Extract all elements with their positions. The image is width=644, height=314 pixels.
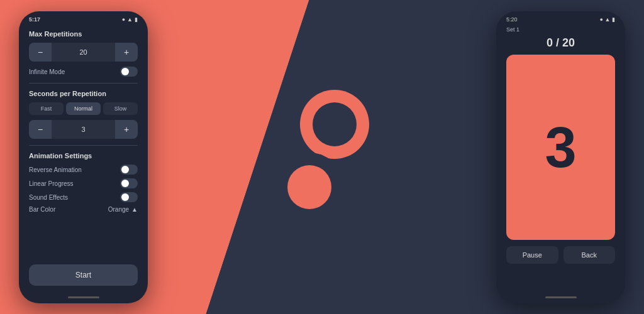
max-rep-value: 20 — [52, 48, 115, 56]
right-status-bar: 5:20 ● ▲ ▮ — [496, 11, 625, 25]
left-status-icons: ● ▲ ▮ — [122, 16, 138, 23]
bar-color-label: Bar Color — [29, 206, 55, 213]
infinite-mode-toggle[interactable] — [120, 67, 138, 77]
linear-progress-label: Linear Progress — [29, 180, 74, 187]
set-label: Set 1 — [496, 25, 625, 34]
right-phone: 5:20 ● ▲ ▮ Set 1 0 / 20 3 Pause Back — [496, 11, 625, 303]
sound-effects-toggle[interactable] — [120, 192, 138, 202]
seconds-value: 3 — [52, 126, 115, 133]
linear-progress-toggle[interactable] — [120, 178, 138, 188]
right-home-indicator — [545, 296, 577, 298]
infinite-mode-label: Infinite Mode — [29, 68, 65, 75]
current-rep-number: 3 — [545, 119, 576, 176]
max-rep-title: Max Repetitions — [29, 30, 138, 38]
reverse-animation-row: Reverse Animation — [29, 165, 138, 175]
exercise-display: 3 — [506, 55, 615, 240]
seconds-plus[interactable]: + — [115, 120, 138, 139]
max-rep-plus[interactable]: + — [115, 43, 138, 62]
right-wifi-icon: ● — [600, 16, 603, 23]
left-phone: 5:17 ● ▲ ▮ Max Repetitions − 20 + Infini… — [19, 11, 148, 303]
left-phone-content: Max Repetitions − 20 + Infinite Mode Sec… — [19, 25, 148, 218]
divider-1 — [29, 83, 138, 84]
left-home-indicator — [68, 296, 99, 298]
battery-icon: ▮ — [135, 16, 138, 23]
max-rep-minus[interactable]: − — [29, 43, 52, 62]
animation-title: Animation Settings — [29, 152, 138, 160]
linear-progress-row: Linear Progress — [29, 178, 138, 188]
speed-fast[interactable]: Fast — [29, 102, 64, 115]
app-logo — [272, 80, 372, 234]
speed-normal[interactable]: Normal — [66, 102, 101, 115]
wifi-icon: ● — [122, 16, 125, 23]
reverse-animation-label: Reverse Animation — [29, 166, 82, 173]
divider-2 — [29, 145, 138, 146]
speed-slow[interactable]: Slow — [103, 102, 138, 115]
sound-effects-label: Sound Effects — [29, 194, 68, 201]
right-battery-icon: ▮ — [612, 16, 615, 23]
seconds-rep-title: Seconds per Repetition — [29, 90, 138, 97]
bar-color-chevron: ▲ — [131, 206, 138, 213]
speed-row: Fast Normal Slow — [29, 102, 138, 115]
right-status-icons: ● ▲ ▮ — [600, 16, 615, 23]
bar-color-row: Bar Color Orange ▲ — [29, 206, 138, 213]
bar-color-text: Orange — [108, 206, 129, 213]
left-time: 5:17 — [29, 16, 40, 23]
pause-button[interactable]: Pause — [506, 246, 558, 264]
back-button[interactable]: Back — [564, 246, 616, 264]
seconds-stepper: − 3 + — [29, 120, 138, 139]
right-signal-icon: ▲ — [605, 16, 611, 23]
rep-counter: 0 / 20 — [496, 34, 625, 55]
sound-effects-row: Sound Effects — [29, 192, 138, 202]
start-btn-container: Start — [19, 264, 148, 286]
svg-point-2 — [313, 102, 357, 146]
reverse-animation-toggle[interactable] — [120, 165, 138, 175]
bar-color-value[interactable]: Orange ▲ — [108, 206, 138, 213]
right-time: 5:20 — [506, 16, 518, 23]
max-rep-stepper: − 20 + — [29, 43, 138, 62]
left-status-bar: 5:17 ● ▲ ▮ — [19, 11, 148, 25]
start-button[interactable]: Start — [29, 264, 138, 286]
infinite-mode-row: Infinite Mode — [29, 67, 138, 77]
signal-icon: ▲ — [127, 16, 133, 23]
seconds-minus[interactable]: − — [29, 120, 52, 139]
svg-point-3 — [287, 165, 331, 209]
bottom-controls: Pause Back — [506, 246, 615, 264]
